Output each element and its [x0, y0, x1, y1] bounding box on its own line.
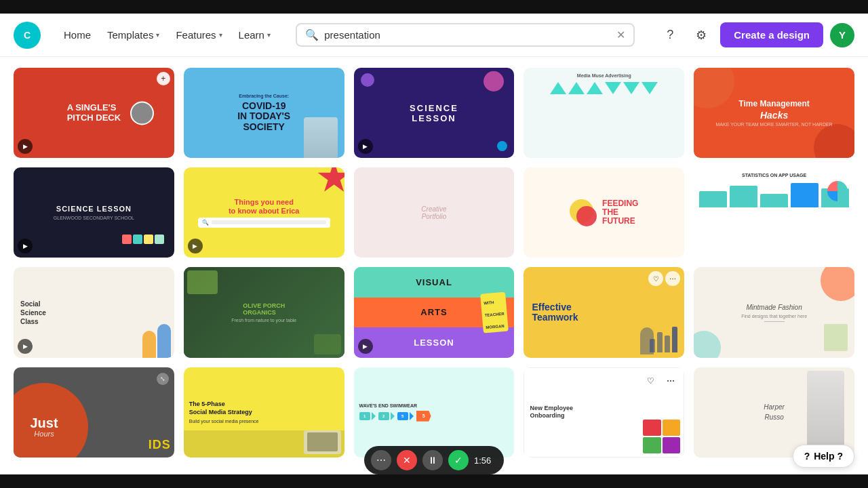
heart-button[interactable]: ♡ — [642, 372, 659, 390]
play-icon[interactable]: ▶ — [188, 239, 203, 253]
nav-learn[interactable]: Learn ▾ — [232, 25, 277, 45]
canva-logo[interactable]: C — [14, 22, 41, 49]
card-mintmade-fashion[interactable]: Mintmade Fashion Find designs that toget… — [694, 267, 854, 357]
header: C Home Templates ▾ Features ▾ Learn ▾ 🔍 … — [0, 14, 868, 57]
card-creative-portfolio[interactable]: CreativePortfolio — [354, 167, 515, 258]
nav-templates[interactable]: Templates ▾ — [100, 25, 166, 45]
help-button[interactable]: ? Help ? — [793, 445, 854, 468]
add-icon[interactable]: + — [157, 72, 170, 85]
search-bar: 🔍 ✕ — [296, 23, 635, 47]
card-visual-arts[interactable]: VISUAL ARTS WITHTEACHERMORGAN LESSON ▶ — [354, 267, 515, 357]
expand-icon[interactable]: ⤡ — [157, 373, 169, 385]
header-actions: ? ⚙ Create a design Y — [658, 22, 854, 47]
card-statistics[interactable]: STATISTICS ON APP USAGE — [694, 167, 854, 258]
play-icon[interactable]: ▶ — [18, 339, 33, 354]
heart-icon[interactable]: ♡ — [648, 271, 663, 286]
avatar[interactable]: Y — [830, 23, 854, 47]
card-olive-porch[interactable]: OLIVE PORCHORGANICS Fresh from nature to… — [184, 267, 344, 357]
features-chevron-icon: ▾ — [219, 31, 222, 39]
search-input[interactable] — [324, 29, 611, 41]
recording-confirm-button[interactable]: ✓ — [448, 450, 469, 470]
search-icon: 🔍 — [305, 28, 319, 41]
play-icon[interactable]: ▶ — [18, 139, 33, 154]
learn-chevron-icon: ▾ — [267, 31, 271, 39]
card-singles-pitch-deck[interactable]: A SINGLE'SPITCH DECK + ▶ — [14, 68, 174, 158]
help-icon-btn[interactable]: ? — [658, 23, 682, 47]
content-area: A SINGLE'SPITCH DECK + ▶ Embracing the C… — [0, 57, 868, 474]
bottom-bar — [0, 474, 868, 488]
card-social-science[interactable]: SocialScienceClass ▶ — [14, 267, 174, 357]
card-harper-russo[interactable]: Harper Russo — [694, 367, 854, 458]
nav-features[interactable]: Features ▾ — [169, 25, 229, 45]
recording-timer: 1:56 — [474, 455, 497, 466]
help-icon: ? — [804, 451, 810, 462]
card-science-lesson-2[interactable]: SCIENCE LESSON GLENWOOD SECONDARY SCHOOL… — [14, 167, 174, 258]
card-action-buttons: ♡ ⋯ — [642, 372, 679, 390]
card-feeding-future[interactable]: FEEDINGTHEFUTURE — [524, 167, 684, 258]
settings-icon-btn[interactable]: ⚙ — [689, 23, 713, 47]
play-icon[interactable]: ▶ — [358, 139, 373, 154]
recording-more-button[interactable]: ⋯ — [371, 450, 391, 470]
templates-chevron-icon: ▾ — [156, 31, 159, 39]
card-science-lesson-1[interactable]: SCIENCELESSON ▶ — [354, 68, 515, 158]
card-social-media-strategy[interactable]: The 5-PhaseSocial Media Strategy Build y… — [184, 367, 344, 458]
more-button[interactable]: ⋯ — [662, 372, 679, 390]
recording-pause-button[interactable]: ⏸ — [422, 450, 443, 470]
more-icon[interactable]: ⋯ — [665, 271, 680, 286]
recording-pill: ⋯ ✕ ⏸ ✓ 1:56 — [364, 446, 504, 474]
main-nav: Home Templates ▾ Features ▾ Learn ▾ — [57, 25, 277, 45]
templates-grid: A SINGLE'SPITCH DECK + ▶ Embracing the C… — [14, 68, 854, 458]
card-new-employee[interactable]: ♡ ⋯ New EmployeeOnboarding — [524, 367, 684, 458]
card-covid[interactable]: Embracing the Cause: COVID-19IN TODAY'SS… — [184, 68, 344, 158]
card-time-management[interactable]: Time Management Hacks MAKE YOUR TEAM MOR… — [694, 68, 854, 158]
card-effective-teamwork[interactable]: EffectiveTeamwork ♡ ⋯ — [524, 267, 684, 357]
card-erica[interactable]: Things you needto know about Erica 🔍 ▶ — [184, 167, 344, 258]
top-bar — [0, 0, 868, 14]
card-waves-end[interactable]: WAVE'S END SWIMWEAR 1 2 5 5 — [354, 367, 515, 458]
recording-cancel-button[interactable]: ✕ — [397, 450, 417, 470]
recording-bar: ⋯ ✕ ⏸ ✓ 1:56 — [0, 446, 868, 474]
play-icon[interactable]: ▶ — [358, 339, 373, 354]
card-media-muse[interactable]: Media Muse Advertising — [524, 68, 684, 158]
card-just-ids[interactable]: Just Hours IDS ⤡ — [14, 367, 174, 458]
search-clear-icon[interactable]: ✕ — [616, 28, 625, 41]
play-icon[interactable]: ▶ — [18, 239, 33, 253]
nav-home[interactable]: Home — [57, 25, 98, 45]
create-design-button[interactable]: Create a design — [720, 22, 823, 47]
